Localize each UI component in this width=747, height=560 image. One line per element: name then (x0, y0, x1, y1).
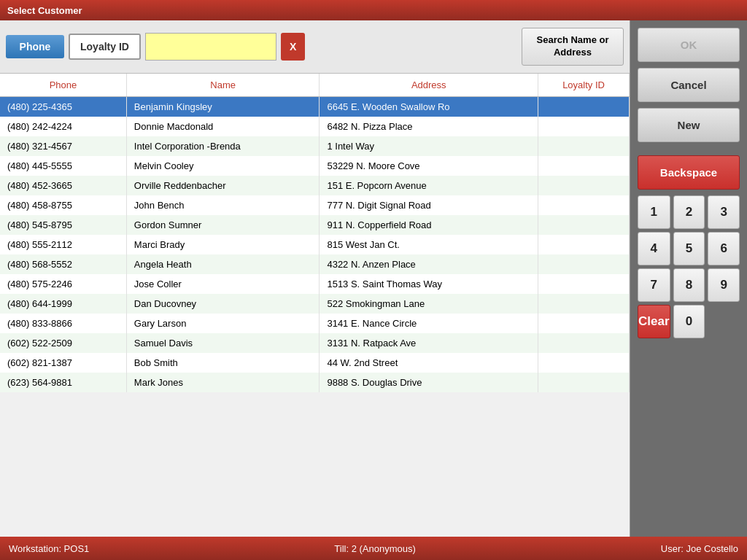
cell-phone: (480) 575-2246 (0, 274, 126, 294)
cell-name: Bob Smith (126, 353, 320, 373)
table-row[interactable]: (480) 555-2112Marci Brady815 West Jan Ct… (0, 235, 630, 254)
table-row[interactable]: (480) 225-4365Benjamin Kingsley6645 E. W… (0, 96, 630, 117)
cell-loyalty (538, 136, 630, 156)
table-row[interactable]: (480) 644-1999Dan Ducovney522 Smokingman… (0, 294, 630, 314)
numpad-3[interactable]: 3 (708, 195, 740, 229)
search-name-address-button[interactable]: Search Name orAddress (522, 28, 624, 66)
window-title: Select Customer (7, 5, 82, 16)
cell-phone: (480) 452-3665 (0, 176, 126, 195)
customer-table-body: (480) 225-4365Benjamin Kingsley6645 E. W… (0, 96, 630, 392)
cell-phone: (602) 522-2509 (0, 333, 126, 353)
table-row[interactable]: (480) 545-8795Gordon Sumner911 N. Copper… (0, 215, 630, 235)
cell-address: 151 E. Popcorn Avenue (320, 176, 538, 195)
cell-address: 3141 E. Nance Circle (320, 314, 538, 333)
status-bar: Workstation: POS1 Till: 2 (Anonymous) Us… (0, 537, 747, 560)
cell-loyalty (538, 96, 630, 117)
cell-address: 815 West Jan Ct. (320, 235, 538, 254)
main-content: Phone Loyalty ID X Search Name orAddress… (0, 20, 747, 537)
cell-loyalty (538, 195, 630, 215)
numpad-1[interactable]: 1 (638, 195, 670, 229)
cell-loyalty (538, 235, 630, 254)
user-label: User: Joe Costello (661, 543, 738, 554)
cell-phone: (480) 242-4224 (0, 117, 126, 136)
table-scroll-area[interactable]: Phone Name Address Loyalty ID (480) 225-… (0, 74, 630, 537)
cell-name: Donnie Macdonald (126, 117, 320, 136)
cell-name: Gordon Sumner (126, 215, 320, 235)
numpad-8[interactable]: 8 (673, 268, 705, 302)
title-bar: Select Customer (0, 0, 747, 20)
cell-address: 44 W. 2nd Street (320, 353, 538, 373)
cell-name: Angela Heath (126, 254, 320, 274)
numpad-0[interactable]: 0 (673, 305, 705, 338)
phone-button[interactable]: Phone (6, 35, 64, 58)
table-row[interactable]: (480) 575-2246Jose Coller1513 S. Saint T… (0, 274, 630, 294)
cell-address: 4322 N. Anzen Place (320, 254, 538, 274)
table-row[interactable]: (480) 568-5552Angela Heath4322 N. Anzen … (0, 254, 630, 274)
till-label: Till: 2 (Anonymous) (334, 543, 416, 554)
table-row[interactable]: (480) 833-8866Gary Larson3141 E. Nance C… (0, 314, 630, 333)
table-row[interactable]: (480) 458-8755John Bench777 N. Digit Sig… (0, 195, 630, 215)
numpad-2[interactable]: 2 (673, 195, 705, 229)
cell-address: 3131 N. Ratpack Ave (320, 333, 538, 353)
cell-phone: (480) 833-8866 (0, 314, 126, 333)
cancel-button[interactable]: Cancel (638, 68, 740, 102)
customer-table: Phone Name Address Loyalty ID (480) 225-… (0, 74, 630, 392)
numpad-7[interactable]: 7 (638, 268, 670, 302)
ok-button[interactable]: OK (638, 28, 740, 62)
cell-phone: (602) 821-1387 (0, 353, 126, 373)
workstation-label: Workstation: POS1 (9, 543, 89, 554)
cell-phone: (480) 321-4567 (0, 136, 126, 156)
cell-phone: (623) 564-9881 (0, 373, 126, 392)
cell-phone: (480) 555-2112 (0, 235, 126, 254)
right-panel: OK Cancel New Backspace 1 2 3 4 5 6 7 8 … (630, 20, 747, 537)
cell-phone: (480) 445-5555 (0, 156, 126, 176)
cell-phone: (480) 568-5552 (0, 254, 126, 274)
col-phone: Phone (0, 74, 126, 97)
cell-loyalty (538, 176, 630, 195)
cell-phone: (480) 225-4365 (0, 96, 126, 117)
table-row[interactable]: (602) 522-2509Samuel Davis3131 N. Ratpac… (0, 333, 630, 353)
table-row[interactable]: (623) 564-9881Mark Jones9888 S. Douglas … (0, 373, 630, 392)
col-name: Name (126, 74, 320, 97)
cell-address: 911 N. Copperfield Road (320, 215, 538, 235)
cell-phone: (480) 644-1999 (0, 294, 126, 314)
table-row[interactable]: (480) 452-3665Orville Reddenbacher151 E.… (0, 176, 630, 195)
table-row[interactable]: (480) 445-5555Melvin Cooley53229 N. Moor… (0, 156, 630, 176)
cell-loyalty (538, 373, 630, 392)
table-row[interactable]: (480) 321-4567Intel Corporation -Brenda1… (0, 136, 630, 156)
customer-table-container: Phone Name Address Loyalty ID (480) 225-… (0, 74, 630, 537)
cell-loyalty (538, 274, 630, 294)
search-bar: Phone Loyalty ID X Search Name orAddress (0, 20, 630, 74)
cell-name: Marci Brady (126, 235, 320, 254)
table-header-row: Phone Name Address Loyalty ID (0, 74, 630, 97)
numpad-5[interactable]: 5 (673, 232, 705, 265)
cell-address: 777 N. Digit Signal Road (320, 195, 538, 215)
numpad-4[interactable]: 4 (638, 232, 670, 265)
table-row[interactable]: (602) 821-1387Bob Smith44 W. 2nd Street (0, 353, 630, 373)
cell-address: 1 Intel Way (320, 136, 538, 156)
backspace-button[interactable]: Backspace (638, 155, 740, 190)
cell-name: Benjamin Kingsley (126, 96, 320, 117)
cell-address: 6482 N. Pizza Place (320, 117, 538, 136)
loyalty-id-input[interactable] (145, 33, 276, 61)
app-window: Select Customer Phone Loyalty ID X Searc… (0, 0, 747, 560)
cell-name: Dan Ducovney (126, 294, 320, 314)
cell-name: Mark Jones (126, 373, 320, 392)
numpad-9[interactable]: 9 (708, 268, 740, 302)
new-button[interactable]: New (638, 108, 740, 142)
cell-loyalty (538, 215, 630, 235)
numpad-clear[interactable]: Clear (638, 305, 670, 338)
table-row[interactable]: (480) 242-4224Donnie Macdonald6482 N. Pi… (0, 117, 630, 136)
loyalty-id-button[interactable]: Loyalty ID (69, 34, 141, 60)
cell-loyalty (538, 333, 630, 353)
clear-x-button[interactable]: X (281, 33, 305, 61)
cell-phone: (480) 545-8795 (0, 215, 126, 235)
numpad-6[interactable]: 6 (708, 232, 740, 265)
cell-name: Gary Larson (126, 314, 320, 333)
cell-loyalty (538, 254, 630, 274)
cell-phone: (480) 458-8755 (0, 195, 126, 215)
left-panel: Phone Loyalty ID X Search Name orAddress… (0, 20, 630, 537)
cell-address: 522 Smokingman Lane (320, 294, 538, 314)
cell-name: Jose Coller (126, 274, 320, 294)
cell-name: John Bench (126, 195, 320, 215)
